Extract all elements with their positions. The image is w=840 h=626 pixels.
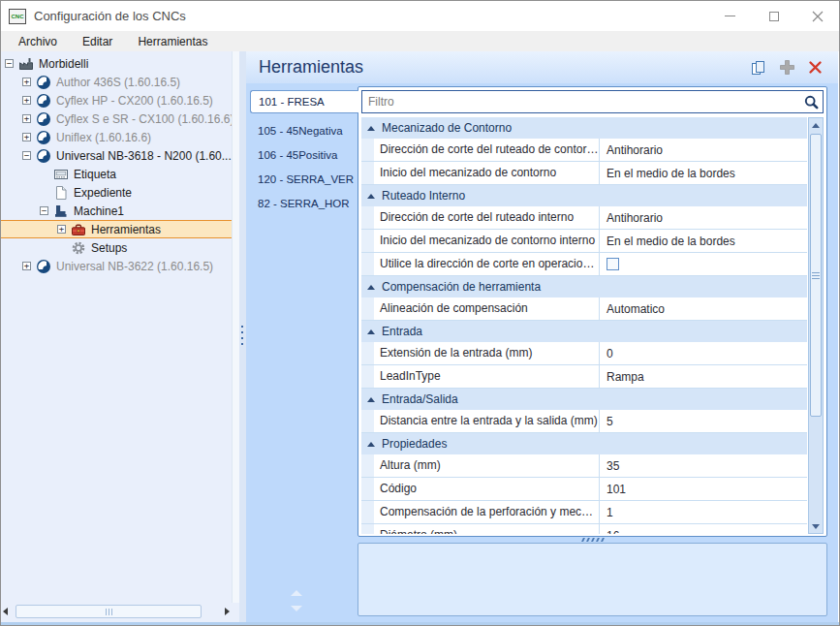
row-gutter	[361, 501, 374, 523]
tree-item-expediente[interactable]: Expediente	[1, 183, 239, 202]
close-button[interactable]	[795, 1, 839, 31]
machine-tree-panel: −Morbidelli+Author 436S (1.60.16.5)+Cyfl…	[1, 51, 239, 624]
tree-item-universal-nb-3618-n200-1-60[interactable]: −Universal NB-3618 - N200 (1.60....	[1, 146, 239, 165]
filter-input[interactable]	[362, 95, 799, 109]
tree-item-universal-nb-3622-1-60-16-5[interactable]: +Universal NB-3622 (1.60.16.5)	[1, 257, 239, 275]
checkbox-unchecked[interactable]	[607, 258, 619, 270]
minimize-button[interactable]	[708, 1, 752, 31]
tool-content-box: Mecanizado de ContornoDirección de corte…	[358, 86, 827, 537]
tree-item-author-436s-1-60-16-5[interactable]: +Author 436S (1.60.16.5)	[1, 73, 239, 91]
factory-icon	[18, 56, 34, 72]
section-header-ruteado-interno[interactable]: Ruteado Interno	[361, 185, 807, 206]
expand-expander-icon[interactable]: +	[22, 96, 31, 105]
panel-splitter[interactable]	[239, 51, 246, 624]
tree-item-cyflex-s-e-sr-cx100-1-60-16-6[interactable]: +Cyflex S e SR - CX100 (1.60.16.6)	[1, 110, 239, 128]
maximize-button[interactable]	[752, 1, 795, 31]
tree-item-morbidelli[interactable]: −Morbidelli	[1, 54, 239, 73]
property-value[interactable]: 16	[600, 524, 807, 534]
gear-icon	[71, 240, 86, 256]
property-row: Inicio del mecanizado de contornoEn el m…	[361, 162, 807, 185]
scroll-left-icon[interactable]	[3, 608, 8, 615]
expand-expander-icon[interactable]: +	[22, 78, 31, 86]
tree-item-label: Morbidelli	[39, 57, 88, 71]
property-label: LeadInType	[374, 365, 600, 388]
section-header-mecanizado-de-contorno[interactable]: Mecanizado de Contorno	[361, 117, 807, 139]
collapse-expander-icon[interactable]: −	[40, 206, 48, 215]
property-value[interactable]: 1	[600, 501, 807, 523]
property-value[interactable]: Antihorario	[600, 206, 807, 229]
window-controls	[708, 1, 839, 31]
menu-editar[interactable]: Editar	[71, 32, 124, 51]
menu-herramientas[interactable]: Herramientas	[126, 32, 219, 51]
scrollbar-thumb[interactable]	[810, 134, 822, 417]
tree-item-herramientas[interactable]: +Herramientas	[1, 220, 239, 238]
property-label: Dirección de corte del ruteado de contor…	[374, 139, 600, 161]
property-value[interactable]: En el medio de la bordes	[600, 230, 807, 252]
section-header-compensaci-n-de-herramienta[interactable]: Compensación de herramienta	[361, 276, 807, 297]
scroll-down-button[interactable]	[809, 519, 823, 533]
property-value[interactable]: Rampa	[600, 365, 807, 388]
scrollbar-thumb[interactable]	[16, 605, 202, 618]
tree-horizontal-scrollbar[interactable]	[3, 605, 230, 618]
add-tool-button[interactable]	[777, 58, 796, 78]
expand-expander-icon[interactable]: +	[57, 225, 66, 234]
property-value[interactable]: Automatico	[600, 297, 807, 320]
brand-logo-icon	[36, 130, 51, 145]
tree-item-label: Universal NB-3618 - N200 (1.60....	[56, 149, 234, 163]
property-label: Inicio del mecanizado de contorno	[374, 162, 600, 184]
tree-item-setups[interactable]: Setups	[1, 238, 239, 257]
property-label: Código	[374, 478, 600, 500]
collapse-expander-icon[interactable]: −	[22, 151, 31, 160]
tab-82-serra-hor[interactable]: 82 - SERRA_HOR	[250, 192, 358, 216]
tree-item-label: Expediente	[74, 186, 132, 200]
property-value[interactable]: 0	[600, 342, 807, 364]
property-row: Inicio del mecanizado de contorno intern…	[361, 230, 807, 253]
expand-expander-icon[interactable]: +	[22, 262, 31, 270]
copy-icon	[750, 59, 767, 77]
plus-icon	[779, 59, 795, 76]
property-value[interactable]: 101	[600, 478, 807, 500]
tab-120-serra-ver[interactable]: 120 - SERRA_VER	[250, 168, 358, 192]
property-row: Compensación de la perforación y mecani.…	[361, 501, 807, 524]
panel-toolbar	[749, 58, 824, 78]
tree-vertical-scrollbar[interactable]	[232, 51, 239, 603]
section-header-entrada[interactable]: Entrada	[361, 321, 807, 342]
search-button[interactable]	[799, 91, 823, 112]
property-value[interactable]: 35	[600, 454, 807, 477]
copy-tool-button[interactable]	[749, 58, 768, 78]
property-row: Distancia entre la entrada y la salida (…	[361, 410, 807, 433]
expand-expander-icon[interactable]: +	[22, 114, 31, 123]
section-header-propiedades[interactable]: Propiedades	[361, 433, 807, 454]
property-value[interactable]	[600, 253, 807, 275]
tool-tabs: 101 - FRESA105 - 45Negativa106 - 45Posit…	[250, 83, 358, 624]
close-icon	[812, 11, 824, 22]
property-row: Utilice la dirección de corte en operaci…	[361, 253, 807, 276]
tree-item-uniflex-1-60-16-6[interactable]: +Uniflex (1.60.16.6)	[1, 128, 239, 146]
tree-item-cyflex-hp-cx200-1-60-16-5[interactable]: +Cyflex HP - CX200 (1.60.16.5)	[1, 91, 239, 110]
expand-expander-icon[interactable]: +	[22, 133, 31, 141]
delete-tool-button[interactable]	[805, 58, 824, 78]
tree-item-machine1[interactable]: −Machine1	[1, 202, 239, 220]
grid-vertical-scrollbar[interactable]	[808, 117, 824, 534]
row-gutter	[361, 206, 374, 229]
row-gutter	[361, 253, 374, 275]
tab-106-45positiva[interactable]: 106 - 45Positiva	[250, 143, 358, 168]
down-arrow-icon	[812, 524, 820, 529]
menu-archivo[interactable]: Archivo	[7, 32, 69, 51]
section-header-entrada-salida[interactable]: Entrada/Salida	[361, 389, 807, 410]
tab-101-fresa[interactable]: 101 - FRESA	[250, 90, 358, 113]
property-value[interactable]: En el medio de la bordes	[600, 162, 807, 184]
tree: −Morbidelli+Author 436S (1.60.16.5)+Cyfl…	[1, 51, 239, 275]
collapse-section-icon	[367, 442, 375, 447]
tree-item-etiqueta[interactable]: Etiqueta	[1, 165, 239, 183]
property-value[interactable]: 5	[600, 410, 807, 432]
property-value[interactable]: Antihorario	[600, 139, 807, 161]
scroll-right-icon[interactable]	[225, 608, 230, 615]
tab-105-45negativa[interactable]: 105 - 45Negativa	[250, 119, 358, 143]
property-grid-area: Mecanizado de ContornoDirección de corte…	[361, 117, 824, 534]
collapse-expander-icon[interactable]: −	[5, 59, 14, 68]
row-gutter	[361, 524, 374, 534]
scroll-up-button[interactable]	[809, 118, 823, 132]
section-title: Entrada	[382, 325, 422, 338]
tree-item-label: Cyflex HP - CX200 (1.60.16.5)	[56, 94, 213, 108]
